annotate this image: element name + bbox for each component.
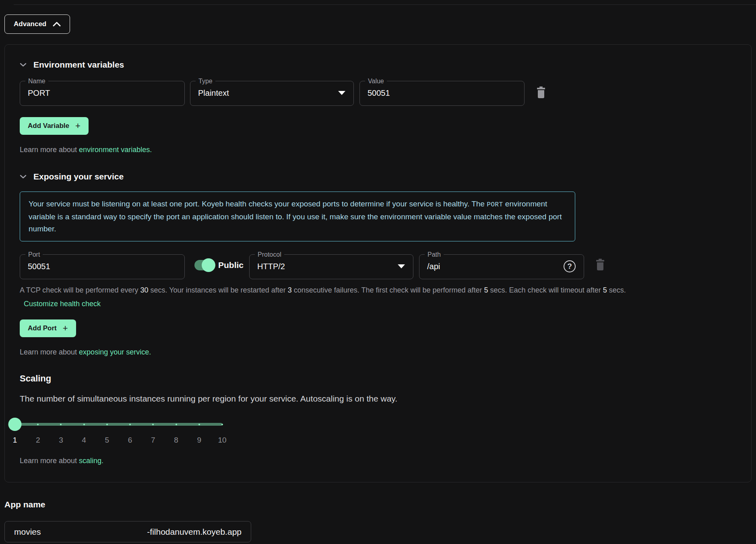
port-row: Port Public Protocol HTTP/2 Path ?	[20, 251, 736, 279]
slider-dot	[198, 424, 200, 425]
env-variable-row: Name Type Plaintext Value	[20, 78, 736, 106]
scaling-link[interactable]: scaling.	[79, 457, 103, 465]
public-toggle-label: Public	[218, 260, 244, 270]
health-failures-value: 3	[288, 286, 292, 294]
slider-tick-label: 5	[105, 436, 109, 445]
slider-dot	[83, 424, 85, 425]
delete-port-button[interactable]	[595, 258, 606, 272]
variable-type-selected-value: Plaintext	[198, 89, 229, 98]
public-toggle-group: Public	[194, 260, 244, 270]
toggle-knob	[202, 258, 215, 272]
variable-value-field[interactable]: Value	[359, 78, 525, 106]
protocol-label: Protocol	[255, 251, 284, 258]
exposing-service-title: Exposing your service	[33, 172, 124, 181]
slider-dot	[221, 424, 223, 425]
env-variables-link[interactable]: environment variables.	[79, 146, 152, 154]
top-divider	[14, 4, 756, 5]
slider-tick-label: 4	[82, 436, 86, 445]
health-text: secs. Each check will timeout after	[488, 286, 603, 294]
advanced-label: Advanced	[14, 20, 46, 28]
slider-tick-label: 2	[36, 436, 40, 445]
path-label: Path	[425, 251, 444, 258]
exposing-learn-more: Learn more about exposing your service.	[20, 348, 736, 356]
customize-health-check-link[interactable]: Customize health check	[24, 300, 101, 308]
slider-tick-label: 1	[13, 436, 17, 445]
port-label: Port	[25, 251, 43, 258]
variable-name-label: Name	[25, 78, 48, 85]
slider-tick-label: 3	[59, 436, 63, 445]
advanced-settings-panel: Environment variables Name Type Plaintex…	[4, 44, 752, 482]
advanced-accordion-button[interactable]: Advanced	[4, 14, 70, 34]
exposing-learn-more-text: Learn more about	[20, 348, 79, 356]
trash-icon	[535, 86, 547, 99]
variable-name-field[interactable]: Name	[20, 78, 185, 106]
health-text: secs.	[607, 286, 626, 294]
health-check-note: A TCP check will be performed every 30 s…	[20, 286, 736, 295]
slider-tick-label: 10	[218, 436, 226, 445]
slider-dot	[60, 424, 62, 425]
slider-handle[interactable]	[8, 418, 22, 431]
slider-track[interactable]	[15, 423, 222, 426]
scaling-learn-more-text: Learn more about	[20, 457, 79, 465]
slider-dot	[176, 424, 177, 425]
slider-dot	[152, 424, 154, 425]
protocol-field[interactable]: Protocol HTTP/2	[249, 251, 413, 279]
health-grace-value: 5	[484, 286, 488, 294]
plus-icon: +	[75, 123, 81, 129]
app-name-input[interactable]	[14, 527, 115, 537]
add-variable-label: Add Variable	[28, 122, 69, 130]
health-text: A TCP check will be performed every	[20, 286, 140, 294]
trash-icon	[595, 258, 606, 271]
health-text: consecutive failures. The first check wi…	[292, 286, 484, 294]
app-name-domain-suffix: -filhodanuvem.koyeb.app	[147, 527, 242, 537]
plus-icon: +	[63, 325, 68, 332]
health-text: secs. Your instances will be restarted a…	[149, 286, 288, 294]
info-text-before: Your service must be listening on at lea…	[29, 200, 487, 208]
app-name-field[interactable]: -filhodanuvem.koyeb.app	[4, 521, 251, 542]
slider-tick-label: 9	[197, 436, 201, 445]
env-learn-more: Learn more about environment variables.	[20, 146, 736, 154]
exposing-service-link[interactable]: exposing your service.	[79, 348, 151, 356]
slider-tick-label: 6	[128, 436, 132, 445]
exposing-service-section-header[interactable]: Exposing your service	[20, 172, 736, 181]
path-input[interactable]	[427, 262, 548, 271]
env-learn-more-text: Learn more about	[20, 146, 79, 154]
protocol-selected-value: HTTP/2	[257, 262, 285, 271]
port-info-callout: Your service must be listening on at lea…	[20, 192, 575, 241]
variable-value-input[interactable]	[368, 89, 516, 98]
env-variables-section-header[interactable]: Environment variables	[20, 60, 736, 70]
instance-count-slider[interactable]	[15, 417, 222, 431]
dropdown-caret-icon	[338, 91, 345, 95]
dropdown-caret-icon	[398, 264, 405, 268]
scaling-title: Scaling	[20, 373, 736, 384]
variable-type-field[interactable]: Type Plaintext	[190, 78, 354, 106]
slider-tick-labels: 1 2 3 4 5 6 7 8 9 10	[15, 436, 222, 445]
health-interval-value: 30	[140, 286, 148, 294]
help-icon[interactable]: ?	[564, 260, 576, 272]
port-input[interactable]	[28, 262, 176, 271]
chevron-down-icon	[20, 175, 27, 179]
scaling-description: The number of simultaneous instances run…	[20, 394, 736, 404]
add-variable-button[interactable]: Add Variable +	[20, 117, 89, 135]
health-timeout-value: 5	[603, 286, 607, 294]
slider-dot	[106, 424, 108, 425]
port-code-token: PORT	[487, 201, 503, 208]
delete-variable-button[interactable]	[535, 86, 547, 100]
chevron-up-icon	[53, 22, 61, 27]
variable-name-input[interactable]	[28, 89, 176, 98]
variable-type-label: Type	[196, 78, 215, 85]
port-field[interactable]: Port	[20, 251, 185, 279]
slider-tick-label: 8	[174, 436, 178, 445]
slider-tick-label: 7	[151, 436, 155, 445]
slider-dot	[129, 424, 131, 425]
app-name-title: App name	[4, 500, 756, 509]
scaling-learn-more: Learn more about scaling.	[20, 457, 736, 465]
slider-dot	[37, 424, 39, 425]
add-port-label: Add Port	[28, 324, 57, 332]
env-variables-title: Environment variables	[33, 60, 124, 70]
public-toggle[interactable]	[194, 260, 215, 270]
add-port-button[interactable]: Add Port +	[20, 319, 76, 337]
chevron-down-icon	[20, 63, 27, 67]
variable-value-label: Value	[365, 78, 387, 85]
path-field[interactable]: Path ?	[419, 251, 584, 279]
